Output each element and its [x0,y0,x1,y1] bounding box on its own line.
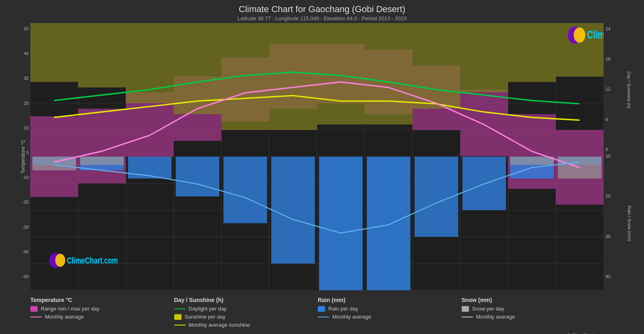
svg-rect-45 [365,23,412,125]
svg-rect-55 [271,157,315,264]
temp-avg-swatch [30,317,42,317]
y-left-40: 40 [16,51,29,56]
snow-avg-swatch [462,317,473,317]
legend-temp-avg-label: Monthly average [45,314,84,320]
legend-daylight: Daylight per day [174,306,317,312]
legend-rain-bar-label: Rain per day [328,306,358,312]
legend-rain: Rain (mm) Rain per day Monthly average [318,297,460,330]
y-axis-left-label: Temperature °C [20,140,26,174]
y-axis-right-sunshine: 24 18 12 6 0 [606,26,636,152]
svg-rect-39 [78,23,126,87]
watermark: © ClimeChart.com [567,332,604,334]
y-left-m40: -40 [16,249,29,254]
y-left-20: 20 [16,101,29,106]
y-right-10: 10 [606,153,636,158]
svg-rect-38 [30,23,78,82]
svg-text:ClimeChart.com: ClimeChart.com [67,256,118,266]
y-right-40: 40 [606,274,636,279]
legend-sunshine-bar-label: Sunshine per day [185,314,226,320]
y-axis-left: 50 40 30 20 10 0 -10 -20 -30 -40 -50 [8,23,30,290]
svg-rect-57 [367,157,410,290]
legend-snow-bar-label: Snow per day [472,306,505,312]
y-left-30: 30 [16,76,29,81]
svg-rect-42 [222,23,269,130]
svg-rect-63 [80,157,124,165]
svg-point-70 [55,254,65,267]
legend-sunshine: Day / Sunshine (h) Daylight per day Suns… [174,297,317,330]
legend-temp-range-label: Range min / max per day [41,306,99,312]
chart-area-wrapper: Temperature °C 50 40 30 20 10 0 -10 -20 … [8,23,636,290]
legend-temp-title: Temperature °C [30,297,173,303]
y-right-0: 0 [606,147,636,152]
daylight-swatch [174,308,186,309]
legend-sunshine-title: Day / Sunshine (h) [174,297,317,303]
chart-header: Climate Chart for Gaochang (Gobi Desert)… [8,4,636,21]
svg-rect-64 [510,157,554,165]
legend-snow-title: Snow (mm) [462,297,604,303]
main-chart-canvas: ClimeChart.com ClimeChart.com Jan Feb Ma… [30,23,604,290]
legend-temp-range: Range min / max per day [30,306,173,312]
svg-point-67 [574,28,585,43]
rain-avg-swatch [318,317,329,317]
legend-snow: Snow (mm) Snow per day Monthly average ©… [462,297,604,330]
legend-area: Temperature °C Range min / max per day M… [8,294,636,330]
y-left-m10: -10 [16,175,29,180]
svg-rect-54 [224,157,267,223]
sunshine-bar-swatch [174,314,182,320]
legend-rain-title: Rain (mm) [318,297,460,303]
legend-temp-avg: Monthly average [30,314,173,320]
y-left-m20: -20 [16,200,29,204]
y-left-m30: -30 [16,225,29,230]
y-left-m50: -50 [16,274,29,279]
snow-bar-swatch [462,306,469,312]
chart-subtitle: Latitude 38.77 - Longitude 115.048 - Ele… [8,15,636,21]
chart-title: Climate Chart for Gaochang (Gobi Desert) [8,4,636,15]
y-axis-rain-label: Rain / Snow (mm) [627,206,632,241]
legend-rain-bar: Rain per day [318,306,460,312]
legend-sunshine-bar: Sunshine per day [174,314,317,320]
legend-sunshine-avg-label: Monthly average sunshine [189,322,250,328]
svg-text:ClimeChart.com: ClimeChart.com [587,28,604,40]
svg-rect-46 [412,23,460,108]
y-left-50: 50 [16,26,29,31]
legend-temperature: Temperature °C Range min / max per day M… [30,297,173,330]
y-right-6: 6 [606,117,636,122]
svg-rect-43 [269,23,317,130]
temp-range-swatch [30,306,38,312]
sunshine-avg-swatch [174,325,186,325]
svg-rect-56 [319,157,363,290]
svg-rect-35 [460,89,508,156]
legend-rain-avg-label: Monthly average [332,314,371,320]
legend-snow-bar: Snow per day [462,306,604,312]
y-left-10: 10 [16,126,29,130]
legend-rain-avg: Monthly average [318,314,460,320]
y-right-18: 18 [606,57,636,62]
svg-rect-48 [508,23,556,82]
svg-rect-65 [558,157,602,179]
svg-rect-52 [128,157,171,179]
rain-bar-swatch [318,306,325,312]
main-svg: ClimeChart.com ClimeChart.com Jan Feb Ma… [30,23,604,290]
legend-snow-avg-label: Monthly average [476,314,515,320]
y-axis-right-container: 24 18 12 6 0 10 20 30 40 Day / Sunshine … [604,23,636,290]
legend-sunshine-avg: Monthly average sunshine [174,322,317,328]
y-right-12: 12 [606,87,636,91]
legend-daylight-label: Daylight per day [189,306,227,312]
y-right-20: 20 [606,194,636,198]
y-axis-sunshine-label: Day / Sunshine (h) [626,71,631,108]
svg-rect-53 [176,157,220,196]
legend-snow-avg: Monthly average [462,314,604,320]
y-right-24: 24 [606,26,636,31]
svg-rect-47 [460,23,508,92]
